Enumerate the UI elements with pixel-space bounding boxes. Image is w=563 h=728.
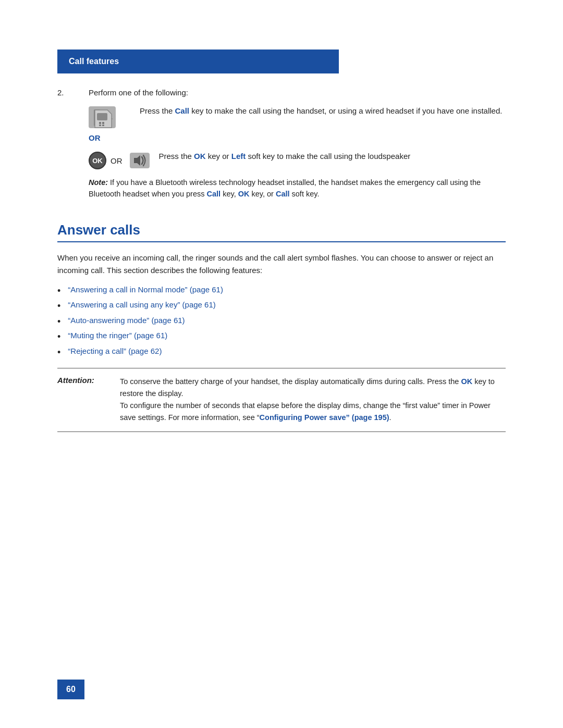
bullet-dot: •	[57, 347, 60, 359]
ok-text-middle: key or	[206, 152, 231, 161]
bullet-link-1[interactable]: “Answering a call in Normal mode” (page …	[68, 285, 223, 294]
ok-text-after: soft key to make the call using the loud…	[246, 152, 410, 161]
handset-text-before: Press the	[140, 106, 175, 115]
bullet-link-4[interactable]: “Muting the ringer” (page 61)	[68, 331, 167, 340]
answer-calls-body: When you receive an incoming call, the r…	[57, 252, 506, 277]
attention-ok-link[interactable]: OK	[461, 377, 472, 386]
header-title: Call features	[69, 57, 119, 66]
ok-link[interactable]: OK	[194, 152, 206, 161]
ok-button-icon: OK	[89, 152, 106, 169]
ok-text-before: Press the	[159, 152, 194, 161]
note-label: Note:	[89, 178, 108, 187]
main-content: 2. Perform one of the following:	[57, 73, 506, 432]
ok-instruction-text: Press the OK key or Left soft key to mak…	[159, 152, 411, 161]
speaker-icon	[130, 153, 150, 168]
attention-text1: To conserve the battery charge of your h…	[120, 377, 461, 386]
attention-label-text: Attention:	[57, 376, 94, 385]
note-call1[interactable]: Call	[207, 190, 221, 198]
answer-calls-title: Answer calls	[57, 222, 506, 238]
handset-icon-area	[89, 106, 130, 128]
bullet-dot: •	[57, 300, 60, 312]
answer-calls-section: Answer calls	[57, 222, 506, 242]
ok-speaker-icon-area: OK OR	[89, 152, 150, 169]
handset-instruction-text: Press the Call key to make the call usin…	[140, 106, 502, 115]
attention-text: To conserve the battery charge of your h…	[120, 376, 506, 424]
svg-rect-3	[102, 122, 104, 124]
bullet-list: • “Answering a call in Normal mode” (pag…	[57, 285, 506, 359]
step-label: Perform one of the following:	[89, 88, 188, 97]
handset-icon	[89, 106, 116, 128]
bullet-dot: •	[57, 331, 60, 343]
list-item: • “Rejecting a call” (page 62)	[57, 347, 506, 359]
attention-text4: .	[389, 413, 391, 422]
handset-row: Press the Call key to make the call usin…	[57, 106, 506, 128]
note-ok[interactable]: OK	[238, 190, 250, 198]
note-block: Note: If you have a Bluetooth wireless t…	[57, 177, 506, 200]
note-call2[interactable]: Call	[276, 190, 290, 198]
list-item: • “Answering a call in Normal mode” (pag…	[57, 285, 506, 297]
bullet-link-5[interactable]: “Rejecting a call” (page 62)	[68, 347, 162, 355]
attention-box: Attention: To conserve the battery charg…	[57, 368, 506, 432]
svg-rect-2	[99, 122, 101, 124]
or-label-inline: OR	[111, 156, 123, 165]
list-item: • “Auto-answering mode” (page 61)	[57, 316, 506, 328]
config-link[interactable]: Configuring Power save” (page 195)	[260, 413, 389, 422]
step-number: 2.	[57, 88, 89, 97]
bullet-link-2[interactable]: “Answering a call using any key” (page 6…	[68, 300, 215, 309]
note-text4: soft key.	[290, 190, 320, 198]
svg-rect-4	[99, 125, 101, 126]
ok-speaker-row: OK OR Press the OK key or Left soft key …	[57, 152, 506, 169]
bullet-dot: •	[57, 285, 60, 297]
list-item: • “Answering a call using any key” (page…	[57, 300, 506, 312]
note-text2: key,	[221, 190, 238, 198]
svg-rect-1	[97, 113, 107, 120]
note-text3: key, or	[249, 190, 276, 198]
call-link-1[interactable]: Call	[175, 106, 190, 115]
attention-label: Attention:	[57, 376, 120, 385]
page-number: 60	[57, 680, 84, 699]
svg-rect-5	[102, 125, 104, 126]
left-link[interactable]: Left	[231, 152, 246, 161]
step-2-line: 2. Perform one of the following:	[57, 88, 506, 97]
bullet-link-3[interactable]: “Auto-answering mode” (page 61)	[68, 316, 185, 325]
page: Call features 2. Perform one of the foll…	[0, 0, 563, 728]
header-banner: Call features	[57, 50, 339, 73]
handset-text-after: key to make the call using the handset, …	[189, 106, 502, 115]
list-item: • “Muting the ringer” (page 61)	[57, 331, 506, 343]
bullet-dot: •	[57, 316, 60, 328]
or-heading: OR	[57, 133, 506, 142]
